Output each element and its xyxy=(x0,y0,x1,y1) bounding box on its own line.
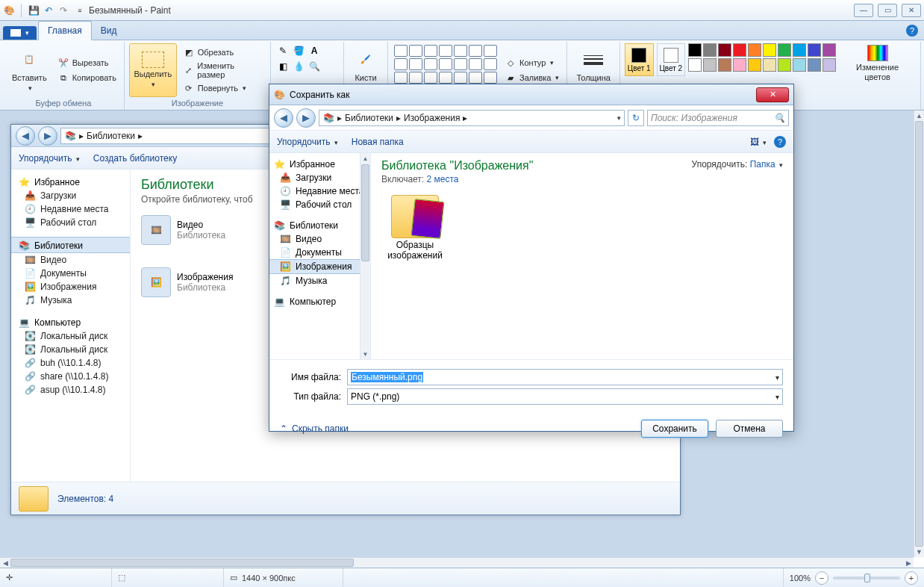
nav-scrollbar[interactable]: ▲ ▼ xyxy=(360,153,370,359)
rotate-button[interactable]: ⟳Повернуть▾ xyxy=(180,81,266,95)
scroll-right-icon[interactable]: ▶ xyxy=(903,558,914,568)
nav-item[interactable]: 🎵Музыка xyxy=(269,274,370,288)
nav-item[interactable]: 💽Локальный диск xyxy=(11,343,130,356)
text-icon[interactable]: A xyxy=(308,45,320,57)
nav-item[interactable]: 🎞️Видео xyxy=(269,232,370,246)
scroll-up-icon[interactable]: ▲ xyxy=(914,111,924,121)
minimize-button[interactable]: — xyxy=(854,4,873,17)
color-swatch[interactable] xyxy=(808,58,821,72)
nav-item[interactable]: 💽Локальный диск xyxy=(11,329,130,343)
color-swatch[interactable] xyxy=(778,58,791,72)
color-swatch[interactable] xyxy=(763,58,776,72)
nav-item[interactable]: 🔗share (\\10.1.4.8) xyxy=(11,370,130,383)
scroll-thumb[interactable] xyxy=(361,164,369,261)
dialog-forward-button[interactable]: ▶ xyxy=(296,108,316,128)
dialog-back-button[interactable]: ◀ xyxy=(274,108,293,128)
nav-libraries[interactable]: 📚Библиотеки xyxy=(11,237,130,253)
color-swatch[interactable] xyxy=(718,43,731,57)
nav-item[interactable]: 📥Загрузки xyxy=(269,171,370,184)
scroll-left-icon[interactable]: ◀ xyxy=(0,558,10,568)
cut-button[interactable]: ✂️Вырезать xyxy=(54,56,119,69)
tab-main[interactable]: Главная xyxy=(38,21,92,40)
color-swatch[interactable] xyxy=(703,43,717,57)
color-swatch[interactable] xyxy=(793,58,806,72)
nav-computer[interactable]: 💻Компьютер xyxy=(11,314,130,329)
tab-view[interactable]: Вид xyxy=(92,22,126,40)
includes-link[interactable]: 2 места xyxy=(427,174,459,184)
eraser-icon[interactable]: ◧ xyxy=(277,60,289,72)
color-swatch[interactable] xyxy=(822,58,836,72)
chevron-down-icon[interactable]: ▾ xyxy=(775,393,779,401)
scroll-down-icon[interactable]: ▼ xyxy=(360,349,370,359)
color-swatch[interactable] xyxy=(808,43,821,57)
nav-favorites[interactable]: ⭐Избранное xyxy=(11,174,130,189)
nav-item[interactable]: 🔗asup (\\10.1.4.8) xyxy=(11,383,130,397)
save-icon[interactable]: 💾 xyxy=(28,4,40,16)
color-swatch[interactable] xyxy=(748,58,761,72)
undo-icon[interactable]: ↶ xyxy=(43,4,54,16)
search-input[interactable]: Поиск: Изображения 🔍 xyxy=(647,110,789,126)
redo-icon[interactable]: ↷ xyxy=(57,4,69,16)
nav-forward-button[interactable]: ▶ xyxy=(38,126,57,146)
hide-folders-toggle[interactable]: ⌃ Скрыть папки xyxy=(280,423,349,434)
color-swatch[interactable] xyxy=(748,43,761,57)
close-button[interactable]: ✕ xyxy=(902,4,921,17)
organize-menu[interactable]: Упорядочить ▾ xyxy=(19,153,80,164)
fill-icon[interactable]: 🪣 xyxy=(293,45,305,57)
pencil-icon[interactable]: ✎ xyxy=(277,45,289,57)
help-icon[interactable]: ? xyxy=(906,25,918,37)
color-swatch[interactable] xyxy=(763,43,776,57)
horizontal-scrollbar[interactable]: ◀ ▶ xyxy=(0,557,914,568)
view-menu[interactable]: 🖼 ▾ xyxy=(750,137,767,147)
nav-favorites[interactable]: ⭐Избранное xyxy=(269,156,370,171)
color-swatch[interactable] xyxy=(688,43,702,57)
vertical-scrollbar[interactable]: ▲ ▼ xyxy=(914,111,924,557)
zoom-slider[interactable] xyxy=(833,577,900,580)
color-swatch[interactable] xyxy=(822,43,836,57)
zoom-out-button[interactable]: − xyxy=(815,571,828,585)
scroll-down-icon[interactable]: ▼ xyxy=(914,547,924,557)
filename-input[interactable]: Безымянный.png ▾ xyxy=(347,369,783,385)
scroll-thumb-h[interactable] xyxy=(10,559,354,567)
help-icon[interactable]: ? xyxy=(774,136,786,148)
paste-button[interactable]: 📋 Вставить ▾ xyxy=(7,43,51,97)
color2-button[interactable]: Цвет 2 xyxy=(657,43,686,76)
maximize-button[interactable]: ▭ xyxy=(878,4,897,17)
copy-button[interactable]: ⧉Копировать xyxy=(54,71,119,84)
nav-item[interactable]: 🕘Недавние места xyxy=(11,202,130,216)
nav-item[interactable]: 🔗buh (\\10.1.4.8) xyxy=(11,356,130,370)
nav-item[interactable]: 🕘Недавние места xyxy=(269,184,370,198)
filetype-select[interactable]: PNG (*.png) ▾ xyxy=(347,388,783,405)
qat-dropdown-icon[interactable]: ≡ xyxy=(74,4,86,16)
nav-item[interactable]: 🖼️Изображения xyxy=(11,280,130,294)
zoom-in-button[interactable]: + xyxy=(905,571,918,585)
fill-shape-button[interactable]: ▰Заливка▾ xyxy=(502,71,562,84)
save-button[interactable]: Сохранить xyxy=(641,420,708,438)
color-swatch[interactable] xyxy=(688,58,702,72)
nav-item[interactable]: 📄Документы xyxy=(11,267,130,280)
crop-button[interactable]: ◩Обрезать xyxy=(180,46,266,59)
new-folder-button[interactable]: Новая папка xyxy=(352,137,404,147)
organize-menu[interactable]: Упорядочить ▾ xyxy=(277,137,338,147)
refresh-button[interactable]: ↻ xyxy=(628,110,644,126)
nav-item[interactable]: 🖥️Рабочий стол xyxy=(269,198,370,211)
color-swatch[interactable] xyxy=(778,43,791,57)
color-swatch[interactable] xyxy=(733,43,746,57)
scroll-thumb[interactable] xyxy=(915,121,923,547)
nav-item-selected[interactable]: 🖼️Изображения xyxy=(269,259,370,274)
nav-item[interactable]: 📄Документы xyxy=(269,246,370,259)
select-button[interactable]: Выделить▾ xyxy=(129,43,177,97)
nav-item[interactable]: 🎞️Видео xyxy=(11,253,130,267)
color-swatch[interactable] xyxy=(718,58,731,72)
nav-back-button[interactable]: ◀ xyxy=(16,126,35,146)
magnify-icon[interactable]: 🔍 xyxy=(308,60,320,72)
color-swatch[interactable] xyxy=(733,58,746,72)
chevron-down-icon[interactable]: ▾ xyxy=(775,373,779,382)
resize-button[interactable]: ⤢Изменить размер xyxy=(180,60,266,80)
file-tab[interactable]: ▾ xyxy=(3,26,37,40)
scroll-up-icon[interactable]: ▲ xyxy=(360,153,370,164)
zoom-thumb[interactable] xyxy=(864,574,870,583)
edit-colors-button[interactable]: Изменение цветов xyxy=(839,43,916,84)
folder-item[interactable]: Образцы изображений xyxy=(381,195,449,261)
dialog-breadcrumb[interactable]: 📚 ▸ Библиотеки ▸ Изображения ▸ ▾ xyxy=(319,110,625,126)
